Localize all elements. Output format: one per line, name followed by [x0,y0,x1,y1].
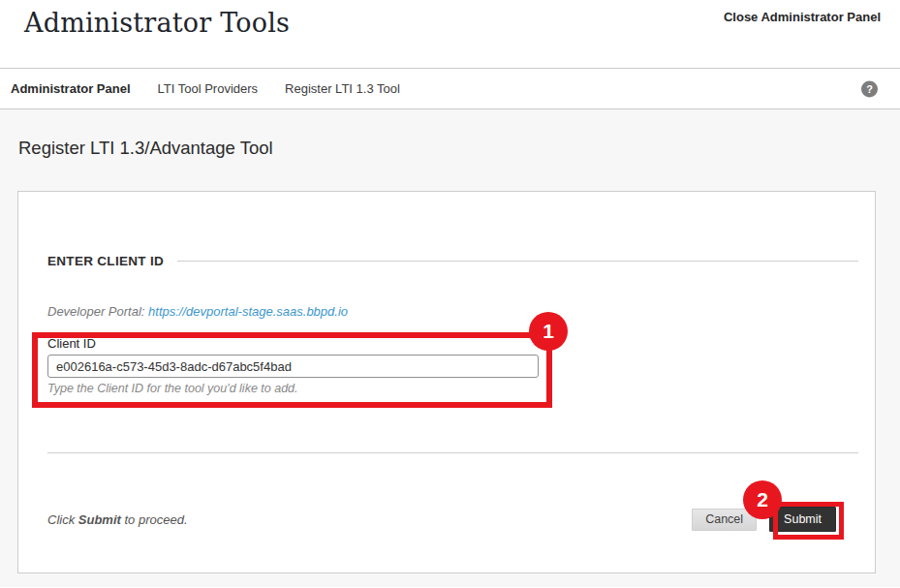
submit-instruction: Click Submit to proceed. [47,512,188,527]
developer-portal-line: Developer Portal: https://devportal-stag… [47,304,858,320]
page-title: Register LTI 1.3/Advantage Tool [0,109,900,160]
form-footer: Click Submit to proceed. Cancel Submit [47,507,858,532]
breadcrumb: Administrator Panel LTI Tool Providers R… [0,68,900,109]
header: Administrator Tools Close Administrator … [0,0,900,68]
close-administrator-panel-link[interactable]: Close Administrator Panel [724,10,881,24]
breadcrumb-item-register-lti-tool[interactable]: Register LTI 1.3 Tool [285,81,400,96]
enter-client-id-section-header: ENTER CLIENT ID [47,254,858,268]
section-divider [177,261,858,262]
breadcrumb-item-lti-tool-providers[interactable]: LTI Tool Providers [158,81,259,96]
content-area: Register LTI 1.3/Advantage Tool ENTER CL… [0,109,900,587]
developer-portal-link[interactable]: https://devportal-stage.saas.bbpd.io [148,304,348,319]
breadcrumb-item-administrator-panel[interactable]: Administrator Panel [11,81,131,96]
form-divider [47,452,858,453]
client-id-help-text: Type the Client ID for the tool you'd li… [47,382,858,396]
cancel-button[interactable]: Cancel [692,509,757,531]
administrator-tools-page: Administrator Tools Close Administrator … [0,0,900,588]
submit-button[interactable]: Submit [769,507,836,532]
register-tool-panel: ENTER CLIENT ID Developer Portal: https:… [17,191,876,573]
button-group: Cancel Submit [692,507,836,532]
developer-portal-label: Developer Portal: [47,304,144,319]
page-header-title: Administrator Tools [24,8,290,38]
client-id-label: Client ID [47,336,858,352]
client-id-input[interactable] [47,355,539,378]
section-title: ENTER CLIENT ID [47,254,164,268]
help-icon[interactable]: ? [861,80,878,97]
